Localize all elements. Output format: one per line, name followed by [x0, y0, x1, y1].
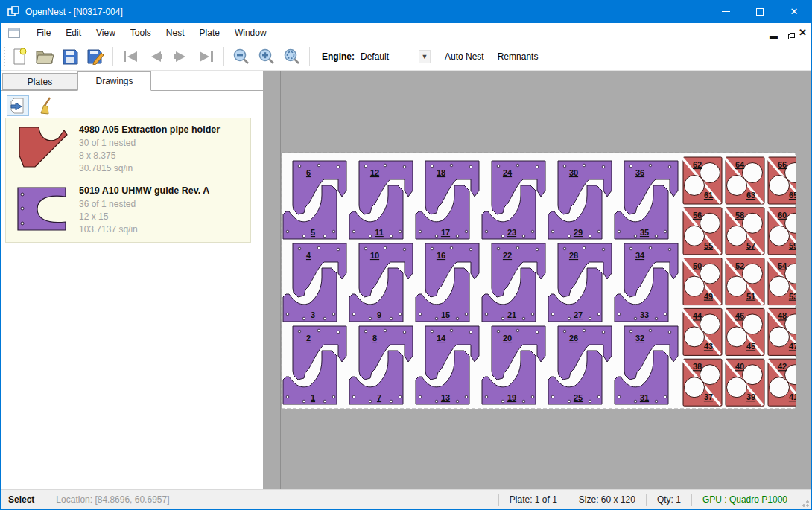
last-plate-button[interactable] [194, 45, 219, 68]
minimize-button[interactable] [708, 0, 743, 23]
open-folder-icon [35, 48, 54, 65]
open-button[interactable] [32, 45, 57, 68]
red-part-pair[interactable]: 5655 [682, 208, 722, 255]
zoom-in-icon [258, 48, 276, 66]
red-part-pair[interactable]: 4645 [724, 308, 764, 355]
part-number: 19 [507, 393, 516, 402]
part-number: 52 [735, 261, 744, 270]
nest-canvas[interactable]: 6512111817242330293635431091615222128273… [263, 71, 811, 489]
drawing-thumbnail-red [15, 124, 70, 170]
drawing-title: 5019 A10 UHMW guide Rev. A [79, 185, 250, 196]
part-number: 39 [746, 392, 755, 401]
tab-drawings[interactable]: Drawings [77, 71, 151, 91]
menu-edit[interactable]: Edit [58, 25, 89, 41]
save-icon [62, 48, 78, 65]
zoom-out-button[interactable] [229, 45, 254, 68]
part-number: 7 [377, 393, 381, 402]
part-number: 27 [574, 310, 583, 319]
zoom-out-icon [232, 48, 250, 66]
part-number: 42 [778, 362, 787, 371]
tab-plates[interactable]: Plates [2, 73, 77, 90]
child-close-icon[interactable]: ✕ [799, 29, 807, 36]
drawing-item[interactable]: 4980 A05 Extraction pipe holder 30 of 1 … [6, 118, 250, 179]
zoom-fit-button[interactable] [279, 45, 305, 68]
red-part-pair[interactable]: 3837 [682, 359, 722, 406]
drawing-nested: 30 of 1 nested [79, 137, 250, 150]
toolbar: Engine: Default ▼ Auto Nest Remnants [1, 42, 811, 71]
part-number: 25 [574, 393, 583, 402]
drawings-panel: 4980 A05 Extraction pipe holder 30 of 1 … [1, 90, 263, 489]
part-number: 23 [507, 228, 516, 237]
menu-tools[interactable]: Tools [123, 25, 159, 41]
auto-nest-button[interactable]: Auto Nest [438, 47, 491, 66]
part-number: 58 [735, 211, 744, 220]
status-gpu: GPU : Quadro P1000 [692, 494, 798, 505]
drawings-list: 4980 A05 Extraction pipe holder 30 of 1 … [5, 118, 251, 243]
part-number: 9 [377, 310, 381, 319]
drawing-item[interactable]: 5019 A10 UHMW guide Rev. A 36 of 1 neste… [6, 179, 250, 240]
part-number: 37 [704, 392, 713, 401]
menu-view[interactable]: View [89, 25, 123, 41]
red-part-pair[interactable]: 6463 [724, 157, 764, 204]
part-number: 60 [778, 211, 787, 220]
part-number: 40 [735, 362, 744, 371]
window-title: OpenNest - [N0317-004] [25, 7, 123, 17]
import-drawing-button[interactable] [7, 95, 29, 116]
close-button[interactable]: ✕ [777, 0, 811, 23]
zoom-in-button[interactable] [254, 45, 279, 68]
red-part-pair[interactable]: 5857 [724, 208, 764, 255]
save-as-button[interactable] [83, 45, 108, 68]
red-part-pair[interactable]: 6261 [682, 157, 722, 204]
menu-plate[interactable]: Plate [192, 25, 227, 41]
status-location: Location: [84.8696, 60.6957] [45, 494, 180, 505]
drawing-area: 103.7137 sq/in [79, 223, 250, 236]
drawing-thumbnail-purple [15, 185, 70, 233]
go-first-icon [121, 51, 139, 63]
save-button[interactable] [57, 45, 83, 68]
status-qty: Qty: 1 [647, 494, 691, 505]
child-minimize-icon[interactable]: ▬ [770, 32, 778, 39]
part-number: 3 [311, 310, 315, 319]
red-part-pair[interactable]: 4443 [682, 308, 722, 355]
document-window-icon[interactable] [8, 28, 20, 38]
new-file-icon [11, 48, 28, 66]
part-number: 63 [746, 191, 755, 200]
menu-window[interactable]: Window [227, 25, 274, 41]
part-number: 46 [735, 311, 744, 320]
resize-grip[interactable] [799, 497, 810, 508]
engine-dropdown-icon[interactable]: ▼ [419, 50, 431, 63]
status-mode: Select [1, 494, 45, 505]
part-number: 12 [370, 168, 379, 177]
part-number: 32 [635, 334, 644, 342]
maximize-button[interactable] [743, 0, 777, 23]
part-number: 4 [306, 251, 311, 260]
remnants-button[interactable]: Remnants [491, 47, 545, 66]
part-number: 49 [704, 292, 713, 301]
red-part-pair[interactable]: 4039 [724, 359, 764, 406]
red-part-pair[interactable]: 5049 [682, 258, 722, 305]
go-next-icon [173, 51, 189, 63]
zoom-fit-icon [283, 48, 301, 66]
status-bar: Select Location: [84.8696, 60.6957] Plat… [1, 489, 811, 509]
part-number: 24 [503, 168, 513, 177]
engine-select[interactable]: Default [361, 51, 419, 62]
title-bar: OpenNest - [N0317-004] ✕ [1, 0, 811, 23]
part-number: 18 [437, 168, 445, 177]
clean-button[interactable] [35, 95, 57, 116]
part-number: 51 [746, 292, 755, 301]
part-number: 14 [437, 334, 446, 342]
next-plate-button[interactable] [168, 45, 194, 68]
app-icon [7, 6, 19, 18]
red-part-pair[interactable]: 5251 [724, 258, 764, 305]
part-number: 55 [704, 241, 713, 250]
previous-plate-button[interactable] [143, 45, 168, 68]
menu-file[interactable]: File [29, 25, 58, 41]
part-number: 2 [306, 334, 311, 342]
new-file-button[interactable] [7, 45, 32, 68]
part-number: 15 [441, 310, 450, 319]
part-number: 10 [370, 251, 379, 260]
first-plate-button[interactable] [118, 45, 143, 68]
menu-nest[interactable]: Nest [159, 25, 192, 41]
part-number: 62 [693, 160, 702, 169]
save-as-icon [86, 48, 104, 65]
